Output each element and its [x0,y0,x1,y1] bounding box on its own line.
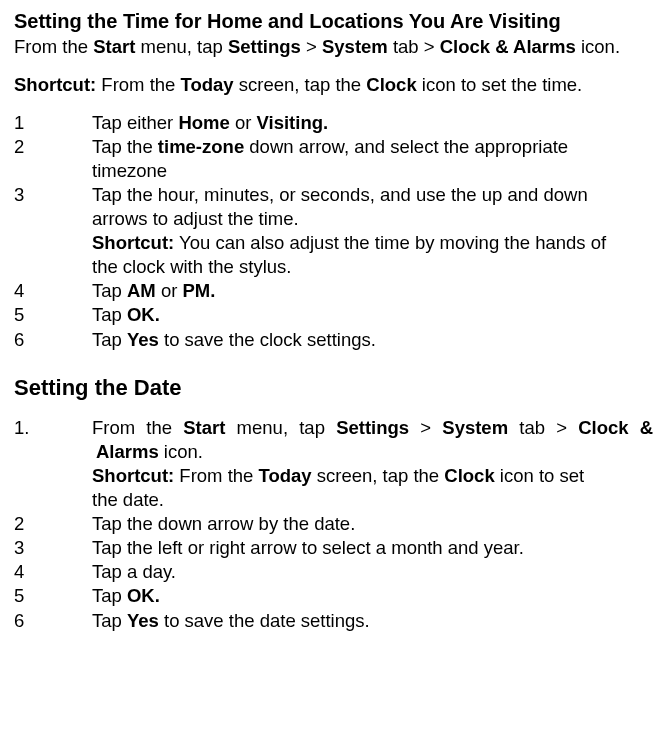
step-body: Tap either Home or Visiting. [92,111,653,135]
bold-system: System [442,417,508,438]
step-number: 6 [14,609,92,633]
bold-ok: OK. [127,304,160,325]
text: Tap the [92,136,158,157]
text: > [420,417,431,438]
text: timezone [92,159,653,183]
bold-am: AM [127,280,156,301]
step-number: 6 [14,328,92,352]
bold-yes: Yes [127,610,159,631]
step-body: Tap the time-zone down arrow, and select… [92,135,653,183]
bold-visiting: Visiting. [257,112,329,133]
step-number: 3 [14,536,92,560]
bold-start: Start [93,36,135,57]
step-body: Tap OK. [92,584,653,608]
bold-yes: Yes [127,329,159,350]
shortcut-label: Shortcut: [92,232,174,253]
section2-steps: 1. From the Start menu, tap Settings > S… [14,416,653,632]
bold-timezone: time-zone [158,136,244,157]
bold-ok: OK. [127,585,160,606]
bold-start: Start [183,417,225,438]
text: tap [299,417,325,438]
step-body: Tap OK. [92,303,653,327]
section2-title: Setting the Date [14,374,653,403]
bold-today: Today [259,465,312,486]
step-number: 3 [14,183,92,207]
step-number: 2 [14,135,92,159]
list-item: 2 Tap the time-zone down arrow, and sele… [14,135,653,183]
text: the clock with the stylus. [92,255,653,279]
bold-home: Home [178,112,229,133]
step-number: 5 [14,303,92,327]
text: From the [14,36,93,57]
text: icon to set [495,465,584,486]
text: Tap [92,280,127,301]
bold-settings: Settings [336,417,409,438]
list-item: 4 Tap AM or PM. [14,279,653,303]
bold-clock: Clock [444,465,494,486]
text: icon. [159,441,203,462]
text: icon. [576,36,620,57]
text: screen, tap the [312,465,445,486]
list-item: 5 Tap OK. [14,303,653,327]
text: Tap [92,610,127,631]
text: You can also adjust the time by moving t… [174,232,606,253]
section1-steps: 1 Tap either Home or Visiting. 2 Tap the… [14,111,653,351]
section1-intro: From the Start menu, tap Settings > Syst… [14,35,653,59]
shortcut-label: Shortcut: [14,74,96,95]
bold-clock-alarms: Clock & [578,417,653,438]
text: arrows to adjust the time. [92,207,653,231]
step-body: Tap the down arrow by the date. [92,512,653,536]
list-item: 5 Tap OK. [14,584,653,608]
step-number: 5 [14,584,92,608]
list-item: 2 Tap the down arrow by the date. [14,512,653,536]
list-item: 1. From the Start menu, tap Settings > S… [14,416,653,512]
list-item: 6 Tap Yes to save the clock settings. [14,328,653,352]
section1-title: Setting the Time for Home and Locations … [14,8,653,34]
step-body: Tap a day. [92,560,653,584]
text: the date. [92,488,653,512]
step-body: Tap Yes to save the date settings. [92,609,653,633]
list-item: 6 Tap Yes to save the date settings. [14,609,653,633]
text: > [556,417,567,438]
text: Tap [92,304,127,325]
shortcut-label: Shortcut: [92,465,174,486]
list-item: 4 Tap a day. [14,560,653,584]
bold-settings: Settings [228,36,301,57]
section1-shortcut: Shortcut: From the Today screen, tap the… [14,73,653,97]
text: to save the date settings. [159,610,370,631]
text: or [156,280,183,301]
text: From the [96,74,180,95]
text: the [146,417,172,438]
text: tab [519,417,545,438]
step-body: Tap AM or PM. [92,279,653,303]
bold-clock: Clock [366,74,416,95]
text: menu, tap [135,36,228,57]
text: down arrow, and select the appropriate [244,136,568,157]
list-item: 3 Tap the left or right arrow to select … [14,536,653,560]
text: to save the clock settings. [159,329,376,350]
step-number: 1. [14,416,92,440]
bold-clock-alarms: Clock & Alarms [440,36,576,57]
step-body: Tap the hour, minutes, or seconds, and u… [92,183,653,279]
list-item: 1 Tap either Home or Visiting. [14,111,653,135]
text: or [230,112,257,133]
bold-today: Today [181,74,234,95]
step-body: Tap Yes to save the clock settings. [92,328,653,352]
text: menu, [237,417,288,438]
bold-alarms: Alarms [96,441,159,462]
step-body: From the Start menu, tap Settings > Syst… [92,416,653,512]
bold-pm: PM. [182,280,215,301]
text: Tap either [92,112,178,133]
text: Tap [92,585,127,606]
step-number: 4 [14,279,92,303]
text: From the [174,465,258,486]
step-body: Tap the left or right arrow to select a … [92,536,653,560]
step-number: 1 [14,111,92,135]
text: > [301,36,322,57]
text: icon to set the time. [417,74,583,95]
text: From [92,417,135,438]
step-number: 4 [14,560,92,584]
text: Tap the hour, minutes, or seconds, and u… [92,183,653,207]
text: screen, tap the [234,74,367,95]
text: tab > [393,36,440,57]
